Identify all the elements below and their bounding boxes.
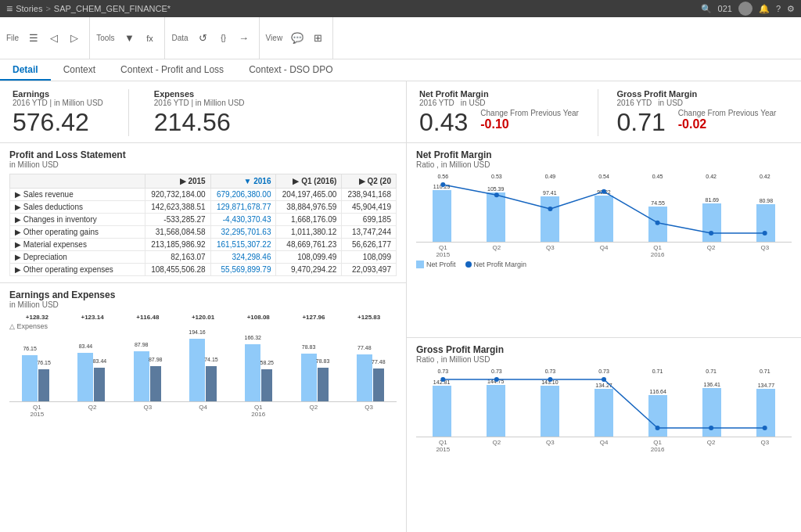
redo-btn[interactable]: ▷ <box>66 30 83 47</box>
expenses-kpi: Expenses 2016 YTD | in Million USD 214.5… <box>154 89 245 136</box>
settings-icon[interactable]: ⚙ <box>787 4 795 14</box>
expenses-bar: 77.48 <box>373 368 384 401</box>
tab-context-dso[interactable]: Context - DSO DPO <box>236 59 345 81</box>
cell-q1: 38,884,976.59 <box>276 201 342 214</box>
earnings-value: 576.42 <box>13 109 103 136</box>
top-bar: ≡ Stories > SAP_CHEM_GEN_FINANCE* 🔍 021 … <box>0 0 801 17</box>
cell-q2: 13,747,244 <box>342 226 397 239</box>
bar-value-label: 116.64 <box>649 389 666 394</box>
col-header-2016[interactable]: ▼ 2016 <box>210 174 276 189</box>
bar-rect <box>648 395 667 437</box>
notification-icon[interactable]: 🔔 <box>759 4 770 14</box>
table-row: ▶ Material expenses 213,185,986.92 161,5… <box>10 239 397 251</box>
bar-rect <box>433 190 451 242</box>
x-axis-label: Q4 <box>175 404 231 418</box>
delta-label: +120.01 <box>175 314 231 321</box>
bar-rect <box>487 192 505 242</box>
user-avatar[interactable] <box>738 2 753 16</box>
cell-2015: 82,163.07 <box>145 251 210 264</box>
chart-bar-group: 80.98 <box>741 198 792 242</box>
npm-change-label: Change From Previous Year <box>480 109 579 117</box>
npm-chart-section: Net Profit Margin Ratio , in Million USD… <box>407 143 801 338</box>
col-header-q1[interactable]: ▶ Q1 (2016) <box>276 174 342 189</box>
table-row: ▶ Depreciation 82,163.07 324,298.46 108,… <box>10 251 397 264</box>
bar-rect <box>487 385 505 437</box>
breadcrumb-filename: SAP_CHEM_GEN_FINANCE* <box>54 4 171 13</box>
toolbar-view-group: View 💬 ⊞ <box>260 17 334 59</box>
expenses-value: 214.56 <box>154 109 245 136</box>
pnl-title: Profit and Loss Statement <box>9 149 397 160</box>
chart-bar-group: 134.27 <box>578 383 629 437</box>
toolbar: File ☰ ◁ ▷ Tools ▼ fx Data ↺ {} → View 💬… <box>0 17 801 59</box>
col-header-2015[interactable]: ▶ 2015 <box>145 174 210 189</box>
file-menu-btn[interactable]: ☰ <box>25 30 42 47</box>
row-label: ▶ Sales revenue <box>10 189 145 201</box>
npm-unit: in USD <box>461 99 486 107</box>
chart-bar-group: 97.41 <box>524 190 575 242</box>
menu-icon[interactable]: ≡ <box>6 2 13 15</box>
bar-rect <box>433 386 451 437</box>
tab-context[interactable]: Context <box>51 59 108 81</box>
npm-value: 0.43 <box>419 109 468 136</box>
x-axis-label: Q2 <box>286 404 342 418</box>
table-row: ▶ Sales revenue 920,732,184.00 679,206,3… <box>10 189 397 201</box>
col-header-row <box>10 174 145 189</box>
cell-q1: 204,197,465.00 <box>276 189 342 201</box>
x-axis-label: Q3 <box>341 404 397 418</box>
col-header-q2[interactable]: ▶ Q2 (20 <box>342 174 397 189</box>
export-btn[interactable]: → <box>235 30 253 47</box>
search-value: 021 <box>718 4 732 13</box>
bar-value-label: 136.41 <box>704 382 720 387</box>
x-label: Q3 <box>738 244 792 258</box>
npm-label: Net Profit Margin <box>419 89 591 99</box>
tab-context-pnl[interactable]: Context - Profit and Loss <box>108 59 236 81</box>
cell-2016: 324,298.46 <box>210 251 276 264</box>
chart-bar-group: 116.64 <box>633 389 684 437</box>
refresh-btn[interactable]: ↺ <box>195 30 212 47</box>
row-label: ▶ Material expenses <box>10 239 145 251</box>
cell-2015: 213,185,986.92 <box>145 239 210 251</box>
npm-period: 2016 YTD <box>419 99 454 107</box>
chart-bar-group: 134.77 <box>741 383 792 437</box>
row-label: ▶ Sales deductions <box>10 201 145 214</box>
filter-btn[interactable]: ▼ <box>120 30 138 47</box>
ratio-label: 0.42 <box>684 174 738 179</box>
x-label: Q3 <box>523 244 577 258</box>
legend-bar-icon <box>416 261 424 268</box>
x-label: Q4 <box>577 244 631 258</box>
gpm-change-value: -0.02 <box>678 117 777 131</box>
left-panel: Earnings 2016 YTD | in Million USD 576.4… <box>0 81 407 532</box>
formula-btn[interactable]: fx <box>141 30 158 47</box>
help-icon[interactable]: ? <box>776 4 781 13</box>
gpm-change-block: Change From Previous Year -0.02 <box>678 109 777 131</box>
x-label: Q12016 <box>630 244 684 258</box>
cell-2016: 161,515,307.22 <box>210 239 276 251</box>
breadcrumb-stories[interactable]: Stories <box>16 4 42 13</box>
code-btn[interactable]: {} <box>215 30 232 47</box>
comment-btn[interactable]: 💬 <box>289 30 306 47</box>
ratio-label: 0.56 <box>416 174 470 179</box>
x-label: Q3 <box>523 439 577 453</box>
delta-label: +128.32 <box>9 314 65 321</box>
expenses-bar: 74.15 <box>206 366 217 401</box>
grid-btn[interactable]: ⊞ <box>309 30 326 47</box>
bar-rect <box>594 389 613 437</box>
bar-value-label: 105.39 <box>487 186 504 192</box>
ratio-label: 0.49 <box>523 174 577 179</box>
cell-q1: 1,011,380.12 <box>276 226 342 239</box>
search-icon[interactable]: 🔍 <box>701 4 712 14</box>
earnings-bar: 166.32 <box>245 344 260 401</box>
tab-detail[interactable]: Detail <box>0 59 51 81</box>
bar-rect <box>594 196 613 242</box>
pnl-table: ▶ 2015 ▼ 2016 ▶ Q1 (2016) ▶ Q2 (20 ▶ Sal… <box>9 174 397 276</box>
undo-btn[interactable]: ◁ <box>45 30 63 47</box>
gpm-value: 0.71 <box>617 109 666 136</box>
bar-group: 166.3258.25 <box>232 332 285 401</box>
table-row: ▶ Sales deductions 142,623,388.51 129,87… <box>10 201 397 214</box>
cell-q1: 1,668,176.09 <box>276 214 342 226</box>
cell-q2: 45,904,419 <box>342 201 397 214</box>
chart-bar-group: 81.69 <box>687 197 738 242</box>
chart-bar-group: 136.41 <box>687 382 738 437</box>
expenses-bar: 87.98 <box>150 366 161 401</box>
delta-label: +116.48 <box>120 314 175 321</box>
